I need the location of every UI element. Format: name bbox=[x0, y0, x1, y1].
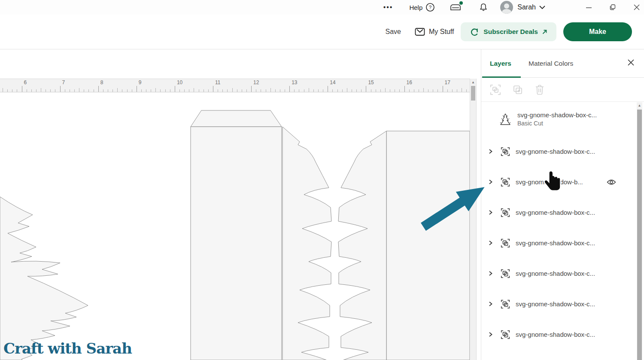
group-thumbnail-icon bbox=[501, 330, 510, 339]
canvas-shape-box-side[interactable] bbox=[191, 127, 282, 360]
tab-layers[interactable]: Layers bbox=[490, 60, 511, 67]
layer-group-row[interactable]: svg-gnome-shadow-box-c... bbox=[481, 319, 638, 350]
canvas-shape-tree-channel-left[interactable] bbox=[283, 127, 331, 360]
layer-item[interactable]: svg-gnome-shadow-box-c... Basic Cut bbox=[481, 102, 638, 136]
group-thumbnail-icon bbox=[501, 177, 510, 187]
layer-label: svg-gnome-shadow-box-c... bbox=[516, 300, 595, 308]
group-thumbnail-icon bbox=[501, 208, 510, 217]
save-button[interactable]: Save bbox=[385, 28, 401, 36]
machine-online-dot bbox=[459, 1, 463, 5]
panel-scrollbar-thumb[interactable] bbox=[637, 110, 642, 360]
expand-chevron-icon[interactable] bbox=[488, 331, 493, 338]
notifications-bell-icon[interactable] bbox=[479, 3, 488, 12]
avatar[interactable] bbox=[500, 1, 513, 14]
watermark-logo: Craft with Sarah bbox=[3, 340, 132, 357]
scroll-up-icon[interactable]: ▲ bbox=[470, 80, 476, 84]
layer-label: svg-gnome-shadow-box-c... bbox=[516, 239, 595, 247]
make-button[interactable]: Make bbox=[563, 22, 632, 41]
canvas-scrollbar-thumb[interactable] bbox=[471, 86, 475, 101]
user-menu-chevron-icon[interactable] bbox=[539, 5, 545, 9]
layer-label: svg-gnome-shadow-box-c... bbox=[516, 148, 595, 155]
layer-subtitle: Basic Cut bbox=[517, 120, 597, 127]
my-stuff-button[interactable]: My Stuff bbox=[415, 27, 454, 36]
help-question-icon[interactable]: ? bbox=[425, 3, 435, 12]
layer-group-row[interactable]: svg-gnome-shadow-box-c... bbox=[481, 289, 638, 319]
group-icon[interactable] bbox=[490, 84, 501, 95]
duplicate-icon[interactable] bbox=[512, 84, 523, 95]
layer-thumbnail-tree-icon bbox=[498, 112, 512, 126]
canvas-shape-box-flap[interactable] bbox=[191, 110, 282, 127]
layer-title: svg-gnome-shadow-box-c... bbox=[517, 111, 597, 119]
layer-label: svg-gnome-shadow-box-c... bbox=[516, 331, 595, 338]
trash-icon[interactable] bbox=[535, 84, 545, 95]
subscriber-deals-button[interactable]: Subscriber Deals bbox=[461, 22, 556, 41]
expand-chevron-icon[interactable] bbox=[488, 301, 493, 307]
group-thumbnail-icon bbox=[501, 299, 510, 309]
expand-chevron-icon[interactable] bbox=[488, 148, 493, 155]
machine-status-icon[interactable] bbox=[450, 3, 462, 12]
mail-icon bbox=[415, 27, 425, 36]
layer-label: svg-gnome-shadow-box-c... bbox=[516, 209, 595, 216]
subscriber-deals-label: Subscriber Deals bbox=[483, 28, 538, 36]
close-panel-icon[interactable] bbox=[627, 59, 635, 66]
group-thumbnail-icon bbox=[501, 238, 510, 248]
canvas-shape-tree-channel-right[interactable] bbox=[338, 131, 386, 360]
expand-chevron-icon[interactable] bbox=[488, 179, 493, 185]
panel-tabs: Layers Material Colors bbox=[481, 49, 644, 78]
canvas-shape-right-panel[interactable] bbox=[386, 131, 470, 360]
svg-text:?: ? bbox=[429, 5, 431, 10]
canvas-scrollbar[interactable]: ▲ bbox=[470, 79, 477, 360]
layer-group-row[interactable]: svg-gnome-shadow-box-c... bbox=[481, 258, 638, 289]
expand-chevron-icon[interactable] bbox=[488, 270, 493, 277]
close-window-button[interactable] bbox=[634, 4, 640, 10]
layers-panel: Layers Material Colors bbox=[481, 49, 644, 360]
layer-group-row-selected[interactable]: svg-gnome-shadow-b... bbox=[481, 167, 638, 197]
layers-toolbar bbox=[481, 78, 644, 102]
window-titlebar: ••• Help ? Sarah bbox=[0, 0, 644, 15]
layer-group-row[interactable]: svg-gnome-shadow-box-c... bbox=[481, 228, 638, 258]
layer-group-row[interactable]: svg-gnome-shadow-box-c... bbox=[481, 136, 638, 167]
overflow-menu-icon[interactable]: ••• bbox=[383, 3, 393, 11]
layer-group-row[interactable]: svg-gnome-shadow-box-c... bbox=[481, 197, 638, 228]
group-thumbnail-icon bbox=[501, 269, 510, 278]
visibility-eye-icon[interactable] bbox=[607, 179, 616, 185]
tab-material-colors[interactable]: Material Colors bbox=[529, 60, 573, 67]
my-stuff-label: My Stuff bbox=[429, 28, 454, 36]
cricut-logo-icon bbox=[470, 27, 479, 37]
canvas-shape-tree-left[interactable] bbox=[0, 197, 88, 360]
help-label[interactable]: Help bbox=[409, 4, 422, 11]
minimize-button[interactable] bbox=[586, 5, 592, 10]
scroll-up-icon[interactable]: ▲ bbox=[637, 104, 642, 107]
layer-label: svg-gnome-shadow-box-c... bbox=[516, 270, 595, 277]
ruler: 67891011121314151617 bbox=[0, 79, 470, 92]
group-thumbnail-icon bbox=[501, 147, 510, 156]
layer-label: svg-gnome-shadow-b... bbox=[516, 178, 583, 186]
expand-chevron-icon[interactable] bbox=[488, 209, 493, 216]
restore-button[interactable] bbox=[610, 4, 616, 10]
panel-scrollbar[interactable]: ▲ bbox=[637, 102, 642, 360]
design-canvas[interactable]: 67891011121314151617 Craft with Sarah ▲ bbox=[0, 49, 481, 360]
external-arrow-icon bbox=[542, 30, 547, 34]
layers-list: svg-gnome-shadow-box-c... Basic Cut svg-… bbox=[481, 102, 638, 350]
app-toolbar: Save My Stuff Subscriber Deals Make bbox=[0, 15, 644, 49]
expand-chevron-icon[interactable] bbox=[488, 240, 493, 246]
user-name[interactable]: Sarah bbox=[517, 3, 536, 11]
